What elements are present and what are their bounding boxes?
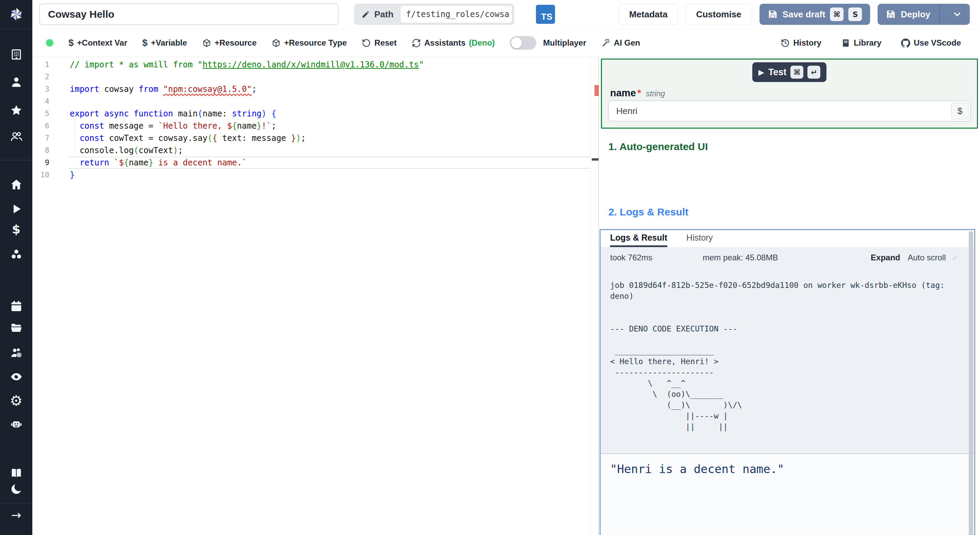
cursor-line-marker [592, 158, 598, 161]
header: Path f/testing_roles/cowsa TS Metadata C… [32, 0, 980, 29]
schedules-calendar-icon[interactable] [9, 299, 24, 314]
line-number: 7 [32, 132, 70, 144]
library-button[interactable]: Library [841, 38, 881, 48]
path-button[interactable]: Path f/testing_roles/cowsa [354, 4, 514, 25]
resources-cubes-icon[interactable] [9, 247, 24, 262]
line-number: 1 [32, 59, 70, 71]
multiplayer-toggle-group: Multiplayer [510, 36, 586, 50]
insert-variable-button[interactable]: $ [951, 102, 969, 119]
assistants-language: (Deno) [469, 38, 495, 48]
line-number: 2 [32, 71, 70, 83]
status-dot [46, 39, 53, 47]
runs-play-icon[interactable] [9, 201, 24, 217]
kbd-cmd: ⌘ [791, 66, 803, 79]
kbd-s: S [848, 8, 862, 21]
auto-scroll-toggle[interactable]: Auto scroll [907, 253, 946, 263]
audit-eye-icon[interactable] [9, 369, 24, 384]
line-number: 4 [32, 95, 70, 108]
library-label: Library [854, 38, 881, 48]
home-icon[interactable] [9, 177, 24, 192]
add-resource-button[interactable]: +Resource [202, 38, 256, 48]
log-output[interactable]: job 0189d64f-812b-525e-f020-652bd9da1100… [601, 268, 974, 432]
toggle-knob [511, 37, 522, 48]
test-button[interactable]: ▶ Test ⌘ ↵ [752, 62, 827, 82]
editor-toolbar: $ +Context Var $ +Variable +Resource +Re… [32, 29, 980, 57]
expand-sidebar-arrow-icon[interactable]: → [9, 508, 24, 523]
path-value[interactable]: f/testing_roles/cowsa [400, 5, 512, 23]
star-icon[interactable] [9, 103, 24, 118]
ai-robot-icon[interactable] [9, 417, 24, 432]
logs-tabs: Logs & Result History [601, 230, 974, 247]
add-resource-type-label: +Resource Type [284, 38, 347, 48]
line-number: 3 [32, 83, 70, 95]
logs-scrollbar[interactable] [969, 231, 973, 535]
code-line: 1// import * as wmill from "https://deno… [32, 59, 598, 71]
docs-book-icon[interactable] [9, 466, 24, 481]
test-label: Test [768, 67, 787, 78]
theme-moon-icon[interactable] [9, 482, 24, 497]
dollar-icon: $ [142, 37, 148, 48]
code-line: 5export async function main(name: string… [32, 108, 598, 120]
ai-gen-button[interactable]: AI Gen [601, 38, 640, 48]
pencil-icon [361, 10, 370, 19]
deploy-dropdown[interactable] [945, 9, 970, 19]
team-users-icon[interactable] [9, 129, 24, 144]
add-resource-type-button[interactable]: +Resource Type [272, 38, 347, 48]
multiplayer-label: Multiplayer [543, 38, 586, 48]
windmill-script-editor: $ ⚙ → [0, 0, 980, 535]
assistants-button[interactable]: Assistants (Deno) [412, 38, 495, 48]
deploy-button[interactable]: Deploy [878, 4, 970, 25]
script-title-input[interactable] [39, 3, 339, 25]
overview-ruler [590, 57, 591, 535]
param-name: name [610, 88, 636, 99]
param-name-input[interactable] [608, 100, 971, 121]
github-icon [901, 38, 910, 48]
rotate-ccw-icon [362, 38, 371, 48]
save-draft-button[interactable]: Save draft ⌘ S [759, 4, 870, 25]
code-line: 4 [32, 95, 598, 108]
workers-user-cog-icon[interactable] [9, 345, 24, 360]
metadata-button[interactable]: Metadata [619, 4, 678, 25]
line-number: 5 [32, 108, 70, 120]
multiplayer-toggle[interactable] [510, 36, 536, 50]
use-vscode-label: Use VScode [914, 38, 961, 48]
save-icon [886, 9, 896, 19]
code-line: 2 [32, 71, 598, 83]
history-button[interactable]: History [781, 38, 821, 48]
run-panel: ▶ Test ⌘ ↵ name * string $ 1. [599, 57, 980, 535]
windmill-logo[interactable] [0, 0, 32, 29]
folders-icon[interactable] [9, 320, 24, 335]
play-icon: ▶ [759, 68, 764, 76]
code-line: 3import cowsay from "npm:cowsay@1.5.0"; [32, 83, 598, 95]
settings-gear-icon[interactable]: ⚙ [9, 393, 24, 408]
code-editor[interactable]: 1// import * as wmill from "https://deno… [32, 57, 598, 535]
reset-button[interactable]: Reset [362, 38, 396, 48]
variables-dollar-icon[interactable]: $ [9, 222, 24, 237]
package-icon [202, 38, 211, 48]
tab-history[interactable]: History [686, 230, 713, 247]
user-icon[interactable] [9, 75, 24, 89]
test-args-box: ▶ Test ⌘ ↵ name * string $ [601, 59, 978, 129]
kbd-enter: ↵ [808, 66, 821, 79]
expand-button[interactable]: Expand [871, 253, 900, 263]
book-icon [841, 38, 850, 48]
add-context-var-button[interactable]: $ +Context Var [68, 37, 127, 48]
dollar-icon: $ [68, 37, 74, 48]
customise-button[interactable]: Customise [686, 4, 752, 25]
add-variable-button[interactable]: $ +Variable [142, 37, 187, 48]
history-label: History [793, 38, 821, 48]
typescript-badge: TS [536, 5, 555, 24]
code-line: 7 const cowText = cowsay.say({ text: mes… [32, 132, 598, 144]
result-viewer[interactable]: "Henri is a decent name." [601, 454, 974, 535]
code-lines: 1// import * as wmill from "https://deno… [32, 59, 598, 181]
workspace-building-icon[interactable] [9, 47, 24, 62]
reset-label: Reset [374, 38, 396, 48]
sidebar: $ ⚙ → [0, 0, 32, 535]
line-number: 10 [32, 169, 70, 181]
logs-result-box: Logs & Result History took 762ms mem pea… [600, 229, 975, 535]
code-line: 6 const message = `Hello there, ${name}!… [32, 120, 598, 132]
use-vscode-button[interactable]: Use VScode [901, 38, 961, 48]
tab-logs-result[interactable]: Logs & Result [610, 230, 667, 247]
path-label: Path [374, 9, 393, 20]
wand-icon [601, 38, 611, 48]
